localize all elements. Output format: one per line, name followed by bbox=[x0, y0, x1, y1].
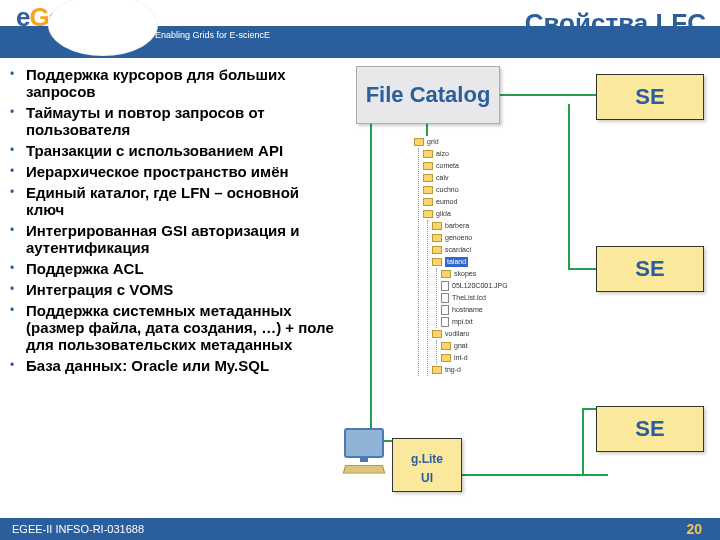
folder-icon bbox=[432, 330, 442, 338]
folder-icon bbox=[432, 366, 442, 374]
tree-node: aizo bbox=[436, 149, 449, 159]
connector-line bbox=[370, 122, 372, 440]
folder-icon bbox=[423, 198, 433, 206]
glite-label-2: UI bbox=[421, 472, 433, 485]
folder-icon bbox=[423, 210, 433, 218]
bullet-text: Транзакции с использованием API bbox=[26, 142, 283, 159]
egee-logo: eGee bbox=[6, 0, 156, 58]
slide-header: eGee Enabling Grids for E-sciencE Свойст… bbox=[0, 0, 720, 58]
connector-line bbox=[496, 94, 602, 96]
tree-node: vodilaro bbox=[445, 329, 470, 339]
folder-icon bbox=[432, 258, 442, 266]
se-box-1: SE bbox=[596, 74, 704, 120]
connector-line bbox=[582, 408, 584, 474]
bullet-text: Интегрированная GSI авторизация и аутент… bbox=[26, 222, 334, 256]
folder-icon bbox=[414, 138, 424, 146]
logo-ellipse bbox=[48, 0, 158, 56]
bullet-item: •Интегрированная GSI авторизация и аутен… bbox=[10, 222, 334, 256]
bullet-item: •Таймауты и повтор запросов от пользоват… bbox=[10, 104, 334, 138]
bullet-text: Интеграция с VOMS bbox=[26, 281, 173, 298]
page-number: 20 bbox=[686, 521, 702, 537]
computer-icon bbox=[338, 428, 390, 484]
connector-line bbox=[458, 474, 608, 476]
se-label: SE bbox=[635, 416, 664, 442]
slide-content: •Поддержка курсоров для больших запросов… bbox=[0, 58, 720, 516]
file-icon bbox=[441, 317, 449, 327]
tree-node: grid bbox=[427, 137, 439, 147]
se-label: SE bbox=[635, 84, 664, 110]
diagram-column: File Catalog SE SE SE grid aizo cometa c… bbox=[340, 58, 720, 516]
file-icon bbox=[441, 281, 449, 291]
se-box-3: SE bbox=[596, 406, 704, 452]
glite-ui-box: g.Lite UI bbox=[392, 438, 462, 492]
connector-line bbox=[568, 104, 570, 268]
folder-icon bbox=[423, 162, 433, 170]
tree-node: genoeno bbox=[445, 233, 472, 243]
tree-node-highlighted: taland bbox=[445, 257, 468, 267]
keyboard-icon bbox=[343, 465, 386, 474]
tree-node: skopes bbox=[454, 269, 476, 279]
logo-tagline: Enabling Grids for E-sciencE bbox=[155, 30, 270, 40]
file-catalog-box: File Catalog bbox=[356, 66, 500, 124]
folder-icon bbox=[423, 174, 433, 182]
folder-icon bbox=[432, 246, 442, 254]
tree-node: cometa bbox=[436, 161, 459, 171]
bullet-item: •Иерархическое пространство имён bbox=[10, 163, 334, 180]
footer-text: EGEE-II INFSO-RI-031688 bbox=[12, 523, 144, 535]
bullet-item: •Поддержка системных метаданных (размер … bbox=[10, 302, 334, 353]
folder-icon bbox=[423, 150, 433, 158]
folder-icon bbox=[441, 270, 451, 278]
tree-node: eumod bbox=[436, 197, 457, 207]
tree-node: scardaci bbox=[445, 245, 471, 255]
tree-node: cuchno bbox=[436, 185, 459, 195]
tree-file: 05L120C001.JPG bbox=[452, 281, 508, 291]
bullet-text: База данных: Oracle или My.SQL bbox=[26, 357, 269, 374]
tree-node: gilda bbox=[436, 209, 451, 219]
folder-icon bbox=[441, 342, 451, 350]
tree-file: TheList.lcd bbox=[452, 293, 486, 303]
bullet-text: Поддержка курсоров для больших запросов bbox=[26, 66, 334, 100]
folder-icon bbox=[432, 234, 442, 242]
file-catalog-label: File Catalog bbox=[366, 83, 491, 107]
tree-file: mpi.txt bbox=[452, 317, 473, 327]
bullet-text: Единый каталог, где LFN – основной ключ bbox=[26, 184, 334, 218]
tree-file: hostname bbox=[452, 305, 483, 315]
slide-footer: EGEE-II INFSO-RI-031688 20 bbox=[0, 518, 720, 540]
tree-node: calv bbox=[436, 173, 448, 183]
folder-icon bbox=[432, 222, 442, 230]
se-box-2: SE bbox=[596, 246, 704, 292]
monitor-icon bbox=[344, 428, 384, 458]
bullet-item: •Поддержка курсоров для больших запросов bbox=[10, 66, 334, 100]
tree-node: gnat bbox=[454, 341, 468, 351]
bullet-text: Поддержка ACL bbox=[26, 260, 144, 277]
slide-title: Свойства LFC bbox=[525, 8, 706, 39]
monitor-stand bbox=[360, 458, 368, 462]
file-tree: grid aizo cometa calv cuchno eumod gilda… bbox=[410, 136, 558, 470]
bullet-list: •Поддержка курсоров для больших запросов… bbox=[10, 66, 334, 374]
bullet-item: •Единый каталог, где LFN – основной ключ bbox=[10, 184, 334, 218]
bullet-text: Иерархическое пространство имён bbox=[26, 163, 289, 180]
file-icon bbox=[441, 293, 449, 303]
bullet-item: •Транзакции с использованием API bbox=[10, 142, 334, 159]
bullet-item: •База данных: Oracle или My.SQL bbox=[10, 357, 334, 374]
folder-icon bbox=[441, 354, 451, 362]
bullet-text: Таймауты и повтор запросов от пользовате… bbox=[26, 104, 334, 138]
bullet-column: •Поддержка курсоров для больших запросов… bbox=[0, 58, 340, 516]
glite-label-1: g.Lite bbox=[411, 453, 443, 466]
tree-node: int-d bbox=[454, 353, 468, 363]
tree-node: tng-d bbox=[445, 365, 461, 375]
folder-icon bbox=[423, 186, 433, 194]
file-icon bbox=[441, 305, 449, 315]
bullet-item: •Поддержка ACL bbox=[10, 260, 334, 277]
bullet-item: •Интеграция с VOMS bbox=[10, 281, 334, 298]
se-label: SE bbox=[635, 256, 664, 282]
bullet-text: Поддержка системных метаданных (размер ф… bbox=[26, 302, 334, 353]
tree-node: barbera bbox=[445, 221, 469, 231]
